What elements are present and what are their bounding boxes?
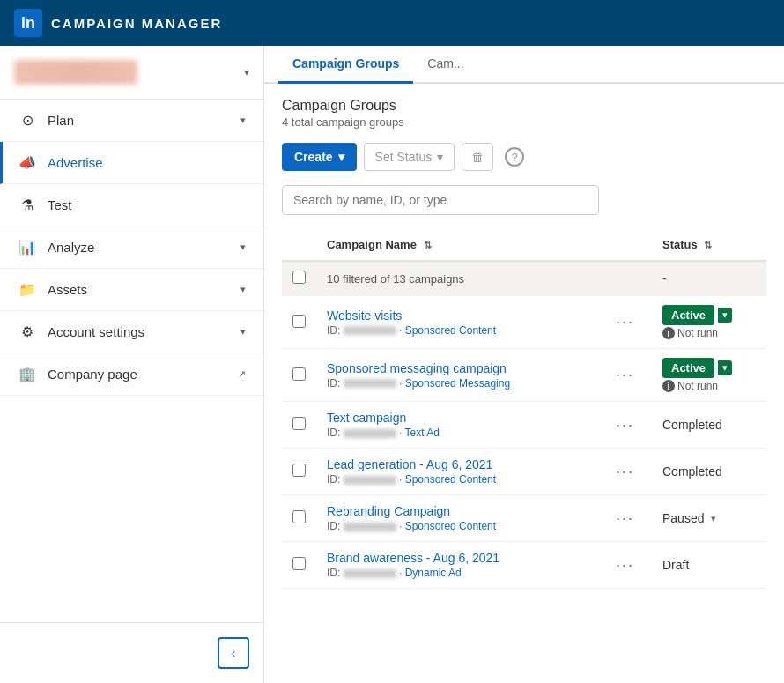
set-status-button[interactable]: Set Status ▾ bbox=[364, 143, 455, 171]
section-header: Campaign Groups 4 total campaign groups bbox=[282, 98, 766, 129]
row-4-campaign-link[interactable]: Rebranding Campaign bbox=[327, 504, 450, 518]
row-5-more-button[interactable]: ··· bbox=[609, 553, 641, 578]
row-0-status-row: Active ▾ i Not runn bbox=[662, 305, 756, 339]
row-4-name-cell: Rebranding CampaignID: · Sponsored Conte… bbox=[316, 495, 598, 542]
row-0-campaign-link[interactable]: Website visits bbox=[327, 308, 402, 323]
row-2-status-cell: Completed bbox=[652, 402, 766, 449]
sidebar-item-label-assets: Assets bbox=[48, 282, 240, 297]
table-row: Lead generation - Aug 6, 2021ID: · Spons… bbox=[282, 449, 766, 495]
row-0-info-icon: i bbox=[662, 327, 675, 339]
sidebar-item-company-page[interactable]: 🏢Company page↗ bbox=[0, 353, 263, 396]
row-1-status-dropdown[interactable]: ▾ bbox=[718, 360, 732, 375]
row-3-checkbox[interactable] bbox=[292, 464, 306, 477]
company-page-icon: 🏢 bbox=[18, 366, 37, 382]
account-settings-chevron-icon: ▾ bbox=[240, 326, 246, 338]
row-4-campaign-type: Sponsored Content bbox=[405, 520, 496, 532]
id-blur bbox=[344, 569, 396, 578]
row-0-name-cell: Website visitsID: · Sponsored Content bbox=[316, 296, 598, 349]
campaign-table: Campaign Name ⇅ Status ⇅ 10 filtered of … bbox=[282, 229, 766, 589]
row-1-campaign-link[interactable]: Sponsored messaging campaign bbox=[327, 361, 507, 375]
row-0-checkbox[interactable] bbox=[292, 315, 306, 328]
row-5-more-cell: ··· bbox=[598, 542, 652, 589]
row-0-status-badge: Active bbox=[662, 305, 714, 325]
table-row: Rebranding CampaignID: · Sponsored Conte… bbox=[282, 495, 766, 542]
content-inner: Campaign Groups 4 total campaign groups … bbox=[264, 84, 784, 683]
sidebar-item-label-advertise: Advertise bbox=[48, 155, 246, 170]
row-5-checkbox-cell[interactable] bbox=[282, 542, 316, 589]
plan-chevron-icon: ▾ bbox=[240, 115, 246, 126]
sidebar-item-label-analyze: Analyze bbox=[48, 240, 240, 255]
row-0-checkbox-cell[interactable] bbox=[282, 296, 316, 349]
tab-campaign-groups[interactable]: Campaign Groups bbox=[278, 46, 413, 84]
section-subtitle: 4 total campaign groups bbox=[282, 115, 766, 129]
row-1-not-running: i Not runn bbox=[662, 380, 756, 392]
delete-button[interactable]: 🗑 bbox=[462, 143, 493, 171]
sidebar-item-test[interactable]: ⚗Test bbox=[0, 184, 263, 226]
row-0-campaign-type: Sponsored Content bbox=[405, 324, 496, 337]
filter-row-checkbox[interactable] bbox=[292, 271, 306, 284]
table-row: Website visitsID: · Sponsored Content···… bbox=[282, 296, 766, 349]
row-2-campaign-link[interactable]: Text campaign bbox=[327, 411, 406, 425]
row-5-checkbox[interactable] bbox=[292, 557, 306, 570]
row-2-checkbox-cell[interactable] bbox=[282, 402, 316, 449]
collapse-icon: ‹ bbox=[232, 646, 236, 660]
collapse-sidebar-button[interactable]: ‹ bbox=[218, 637, 249, 669]
test-icon: ⚗ bbox=[18, 197, 37, 213]
help-button[interactable]: ? bbox=[500, 143, 529, 171]
content-area: Campaign Groups Cam... Campaign Groups 4… bbox=[264, 46, 784, 683]
linkedin-logo: in bbox=[14, 9, 42, 37]
row-1-campaign-id: ID: · Sponsored Messaging bbox=[327, 377, 588, 390]
filter-row-label: 10 filtered of 13 campaigns bbox=[316, 261, 598, 296]
sidebar-item-assets[interactable]: 📁Assets▾ bbox=[0, 269, 263, 311]
id-blur bbox=[344, 326, 396, 335]
search-input[interactable] bbox=[282, 185, 599, 215]
row-4-checkbox-cell[interactable] bbox=[282, 495, 316, 542]
row-0-status-dropdown[interactable]: ▾ bbox=[718, 308, 732, 323]
account-avatar bbox=[14, 60, 137, 85]
row-4-status-chevron-icon[interactable]: ▾ bbox=[711, 513, 716, 524]
row-3-checkbox-cell[interactable] bbox=[282, 449, 316, 495]
row-1-more-button[interactable]: ··· bbox=[609, 362, 641, 388]
row-3-campaign-id: ID: · Sponsored Content bbox=[327, 473, 588, 486]
sidebar-item-advertise[interactable]: 📣Advertise bbox=[0, 142, 263, 184]
sort-name-icon: ⇅ bbox=[424, 240, 432, 250]
row-1-campaign-type: Sponsored Messaging bbox=[405, 377, 510, 390]
filter-row-status: - bbox=[652, 261, 766, 296]
main-layout: ▾ ⊙Plan▾📣Advertise⚗Test📊Analyze▾📁Assets▾… bbox=[0, 46, 784, 683]
sidebar-item-analyze[interactable]: 📊Analyze▾ bbox=[0, 226, 263, 269]
row-1-checkbox-cell[interactable] bbox=[282, 349, 316, 402]
row-0-badge-row: Active ▾ bbox=[662, 305, 756, 325]
column-header-status[interactable]: Status ⇅ bbox=[652, 229, 766, 261]
sidebar-item-account-settings[interactable]: ⚙Account settings▾ bbox=[0, 311, 263, 353]
toolbar: Create ▾ Set Status ▾ 🗑 ? bbox=[282, 143, 766, 171]
id-blur bbox=[344, 476, 396, 485]
tab-campaigns[interactable]: Cam... bbox=[413, 46, 477, 84]
row-2-checkbox[interactable] bbox=[292, 417, 306, 430]
row-0-more-button[interactable]: ··· bbox=[609, 309, 641, 335]
sidebar-item-label-company-page: Company page bbox=[48, 367, 238, 382]
sidebar-item-plan[interactable]: ⊙Plan▾ bbox=[0, 100, 263, 142]
row-2-more-button[interactable]: ··· bbox=[609, 412, 641, 438]
account-selector[interactable]: ▾ bbox=[0, 46, 263, 100]
create-button[interactable]: Create ▾ bbox=[282, 143, 357, 171]
trash-icon: 🗑 bbox=[471, 150, 484, 164]
row-1-checkbox[interactable] bbox=[292, 367, 306, 381]
row-2-campaign-type: Text Ad bbox=[404, 427, 439, 439]
row-4-checkbox[interactable] bbox=[292, 510, 306, 523]
row-3-more-button[interactable]: ··· bbox=[609, 459, 641, 485]
row-1-status-row: Active ▾ i Not runn bbox=[662, 358, 756, 392]
row-3-campaign-link[interactable]: Lead generation - Aug 6, 2021 bbox=[327, 457, 492, 471]
row-5-campaign-link[interactable]: Brand awareness - Aug 6, 2021 bbox=[327, 551, 499, 565]
tab-bar: Campaign Groups Cam... bbox=[264, 46, 784, 84]
row-4-more-button[interactable]: ··· bbox=[609, 506, 641, 531]
top-navigation: in CAMPAIGN MANAGER bbox=[0, 0, 784, 46]
sidebar: ▾ ⊙Plan▾📣Advertise⚗Test📊Analyze▾📁Assets▾… bbox=[0, 46, 264, 683]
filter-row-checkbox-cell[interactable] bbox=[282, 261, 316, 296]
column-header-more bbox=[598, 229, 652, 261]
row-2-status-label: Completed bbox=[662, 418, 722, 432]
column-header-name[interactable]: Campaign Name ⇅ bbox=[316, 229, 598, 261]
row-3-status-cell: Completed bbox=[652, 449, 766, 495]
account-chevron-icon: ▾ bbox=[244, 66, 249, 78]
row-2-campaign-id: ID: · Text Ad bbox=[327, 427, 588, 439]
nav-items-container: ⊙Plan▾📣Advertise⚗Test📊Analyze▾📁Assets▾⚙A… bbox=[0, 100, 263, 396]
